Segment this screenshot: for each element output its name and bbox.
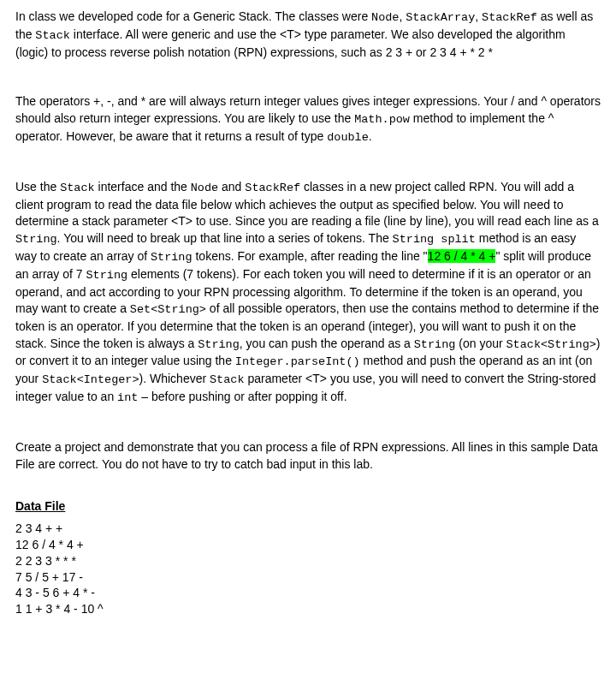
text: . [369, 129, 372, 143]
data-file-line: 4 3 - 5 6 + 4 * - [15, 585, 601, 601]
code-node: Node [371, 11, 399, 24]
code: int [117, 391, 138, 404]
data-file-line: 2 3 4 + + [15, 521, 601, 537]
data-file-heading: Data File [15, 498, 601, 515]
text: tokens. For example, after reading the l… [192, 249, 428, 263]
code: Stack [210, 373, 245, 386]
text: . You will need to break up that line in… [57, 231, 393, 245]
text: – before pushing or after popping it off… [138, 390, 346, 403]
text: ). Whichever [139, 372, 210, 385]
text: (on your [455, 337, 506, 350]
code: String split [393, 233, 476, 246]
text: interface. All were generic and use the … [15, 27, 566, 59]
data-file-line: 1 1 + 3 * 4 - 10 ^ [15, 601, 601, 617]
code: String [198, 338, 240, 351]
paragraph-1: In class we developed code for a Generic… [15, 9, 601, 61]
code: String [86, 269, 128, 282]
code-double: double [327, 131, 369, 144]
code: String [151, 251, 192, 264]
text: and [218, 180, 245, 194]
code: StackRef [245, 182, 300, 194]
code: Integer.parseInt() [235, 355, 360, 368]
paragraph-3: Use the Stack interface and the Node and… [15, 179, 601, 407]
code: Stack [60, 182, 95, 194]
paragraph-4: Create a project and demonstrate that yo… [15, 439, 601, 473]
code: Stack<String> [506, 338, 596, 351]
data-file-line: 12 6 / 4 * 4 + [15, 537, 601, 553]
code: Stack<Integer> [42, 373, 139, 386]
code-mathpow: Math.pow [354, 113, 410, 126]
paragraph-2: The operators +, -, and * are will alway… [15, 93, 601, 146]
code: String [414, 338, 456, 351]
text: interface and the [95, 180, 191, 194]
text: , you can push the operand as a [240, 337, 414, 350]
data-file-section: Data File 2 3 4 + + 12 6 / 4 * 4 + 2 2 3… [15, 498, 601, 617]
code: Node [191, 182, 218, 194]
data-file-line: 7 5 / 5 + 17 - [15, 569, 601, 586]
code-stack: Stack [35, 29, 70, 42]
code-stackarray: StackArray [406, 11, 475, 24]
code-stackref: StackRef [482, 11, 537, 24]
text: , [475, 9, 482, 23]
highlighted-expression: 12 6 / 4 * 4 + [428, 249, 496, 263]
text: Use the [15, 180, 60, 194]
data-file-line: 2 2 3 3 * * * [15, 553, 601, 569]
text: In class we developed code for a Generic… [15, 9, 371, 23]
text: Create a project and demonstrate that yo… [15, 440, 598, 471]
code: String [15, 233, 57, 246]
code: Set<String> [130, 303, 206, 316]
